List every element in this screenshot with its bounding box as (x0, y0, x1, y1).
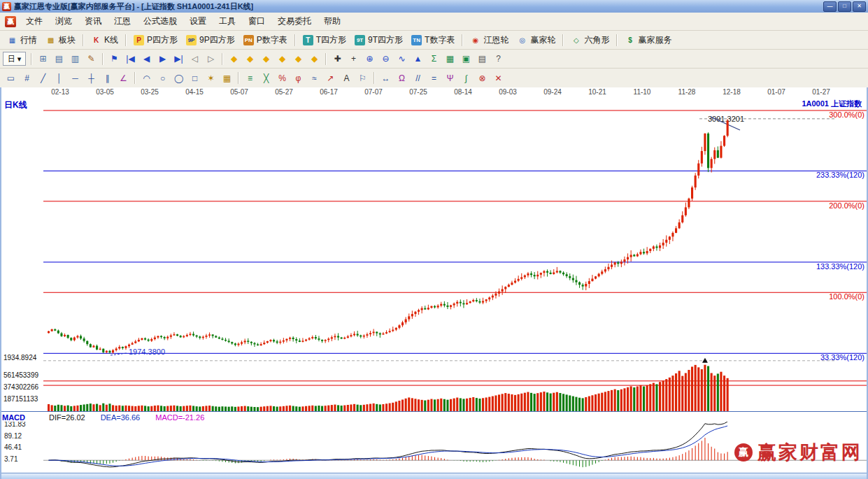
trend-line-icon[interactable]: ╱ (35, 71, 51, 85)
volume-axis-label-1: 374302266 (3, 383, 38, 391)
percent-line-icon[interactable]: % (274, 71, 290, 85)
macd-macd-value: MACD=-21.26 (155, 413, 204, 422)
gann-diamond-6-icon[interactable]: ◆ (306, 52, 322, 66)
title-bar[interactable]: 赢 赢家江恩专业版[赢家内部服务平台] - [上证指数 SH1A0001-241… (0, 0, 868, 13)
menu-item-6[interactable]: 工具 (213, 13, 242, 29)
gann-diamond-2-icon[interactable]: ◆ (242, 52, 258, 66)
channel-icon[interactable]: = (426, 71, 442, 85)
t-number-table-button[interactable]: TNT数字表 (407, 34, 459, 47)
last-bar-icon[interactable]: ▶| (171, 52, 187, 66)
minimize-button[interactable]: — (823, 1, 837, 12)
crosshair-icon[interactable]: + (346, 52, 362, 66)
menu-item-0[interactable]: 文件 (20, 13, 49, 29)
cross-line-icon[interactable]: ┼ (83, 71, 99, 85)
flag-mark-icon[interactable]: ⚐ (355, 71, 371, 85)
cycle-line-icon[interactable]: Ω (394, 71, 410, 85)
export-icon[interactable]: ▣ (458, 52, 474, 66)
svg-text:133.33%(120): 133.33%(120) (816, 262, 865, 271)
speed-line-icon[interactable]: // (410, 71, 426, 85)
pitchfork-icon[interactable]: Ψ (442, 71, 458, 85)
text-mark-icon[interactable]: A (339, 71, 355, 85)
close-button[interactable]: ✕ (853, 1, 866, 12)
kline-chart-pane[interactable]: 300.0%(0)233.33%(120)200.0%(0)133.33%(12… (0, 97, 868, 411)
grid-lines-icon[interactable]: # (19, 71, 35, 85)
winner-wheel-label: 赢家轮 (530, 34, 555, 46)
p-square-button[interactable]: PP四方形 (129, 34, 182, 47)
blocks-button[interactable]: ▩板块 (41, 34, 80, 47)
help-icon[interactable]: ? (490, 52, 506, 66)
menu-item-2[interactable]: 资讯 (78, 13, 108, 29)
9p-square-label: 9P四方形 (199, 34, 235, 46)
winner-wheel-button[interactable]: ◎赢家轮 (513, 34, 560, 47)
gann-wheel-button[interactable]: ◉江恩轮 (466, 34, 513, 47)
date-tick-09-03: 09-03 (495, 88, 520, 96)
hand-tool-icon[interactable]: ✚ (329, 52, 346, 66)
angle-line-icon[interactable]: ∠ (115, 71, 131, 85)
t-square-button[interactable]: TT四方形 (299, 34, 350, 47)
regression-icon[interactable]: ∫ (458, 71, 474, 85)
print-icon[interactable]: ▤ (474, 52, 490, 66)
period-selector[interactable]: 日 ▾ (3, 52, 26, 66)
menu-item-7[interactable]: 窗口 (242, 13, 271, 29)
menu-item-5[interactable]: 设置 (183, 13, 213, 29)
table-icon[interactable]: ▦ (442, 52, 458, 66)
t-square-icon: T (303, 35, 313, 45)
circle-icon[interactable]: ○ (155, 71, 171, 85)
window-layout-icon[interactable]: ⊞ (35, 52, 51, 66)
delete-draw-icon[interactable]: ✕ (490, 71, 506, 85)
measure-icon[interactable]: ↔ (378, 71, 394, 85)
golden-ratio-icon[interactable]: φ (290, 71, 306, 85)
gann-diamond-1-icon[interactable]: ◆ (226, 52, 242, 66)
prev-bar-icon[interactable]: ◀ (138, 52, 155, 66)
select-icon[interactable]: ▭ (3, 71, 19, 85)
play-icon[interactable]: ▶ (155, 52, 171, 66)
parallel-lines-icon[interactable]: ∥ (99, 71, 115, 85)
bar-mode-icon[interactable]: ▲ (410, 52, 426, 66)
t-number-table-label: T数字表 (425, 34, 455, 46)
first-bar-icon[interactable]: |◀ (122, 52, 138, 66)
hexagon-button[interactable]: ◇六角形 (567, 34, 613, 47)
gann-diamond-4-icon[interactable]: ◆ (274, 52, 290, 66)
wave-icon[interactable]: ≈ (306, 71, 322, 85)
zoom-out-icon[interactable]: ⊖ (378, 52, 394, 66)
p-number-table-button[interactable]: PNP数字表 (239, 34, 292, 47)
mirror-icon[interactable]: ⊗ (474, 71, 490, 85)
menu-item-8[interactable]: 交易委托 (271, 13, 318, 29)
bottom-scrollbar[interactable] (0, 473, 868, 479)
horizontal-line-icon[interactable]: ─ (67, 71, 83, 85)
menu-item-3[interactable]: 江恩 (108, 13, 137, 29)
vertical-line-icon[interactable]: │ (51, 71, 67, 85)
line-mode-icon[interactable]: ∿ (394, 52, 410, 66)
pencil-icon[interactable]: ✎ (83, 52, 99, 66)
menu-item-9[interactable]: 帮助 (318, 13, 347, 29)
rectangle-icon[interactable]: □ (187, 71, 203, 85)
flag-icon[interactable]: ⚑ (106, 52, 122, 66)
restore-button[interactable]: □ (838, 1, 851, 12)
kline-button[interactable]: KK线 (87, 34, 122, 47)
date-tick-03-05: 03-05 (92, 88, 118, 96)
gann-diamond-3-icon[interactable]: ◆ (258, 52, 274, 66)
9p-square-button[interactable]: 9P9P四方形 (182, 34, 239, 47)
arrow-mark-icon[interactable]: ↗ (322, 71, 339, 85)
9t-square-button[interactable]: 9T9T四方形 (350, 34, 407, 47)
stats-icon[interactable]: Σ (426, 52, 442, 66)
arc-icon[interactable]: ◠ (138, 71, 155, 85)
winner-service-button[interactable]: $赢家服务 (620, 34, 676, 47)
menu-item-1[interactable]: 浏览 (49, 13, 78, 29)
gann-fan-icon[interactable]: ✶ (203, 71, 219, 85)
date-tick-05-07: 05-07 (227, 88, 252, 96)
page-icon[interactable]: ▤ (51, 52, 67, 66)
zoom-in-icon[interactable]: ⊕ (362, 52, 378, 66)
macd-indicator-label[interactable]: MACD (2, 413, 25, 422)
fib-retrace-icon[interactable]: ≡ (242, 71, 258, 85)
quotes-button[interactable]: ▦行情 (3, 34, 41, 47)
list-icon[interactable]: ▥ (67, 52, 83, 66)
step-forward-icon[interactable]: ▷ (203, 52, 219, 66)
fib-fan-icon[interactable]: ╳ (258, 71, 274, 85)
step-back-icon[interactable]: ◁ (187, 52, 203, 66)
svg-text:300.0%(0): 300.0%(0) (829, 110, 865, 119)
ellipse-icon[interactable]: ◯ (171, 71, 187, 85)
gann-grid-icon[interactable]: ▦ (219, 71, 235, 85)
menu-item-4[interactable]: 公式选股 (137, 13, 183, 29)
gann-diamond-5-icon[interactable]: ◆ (290, 52, 306, 66)
